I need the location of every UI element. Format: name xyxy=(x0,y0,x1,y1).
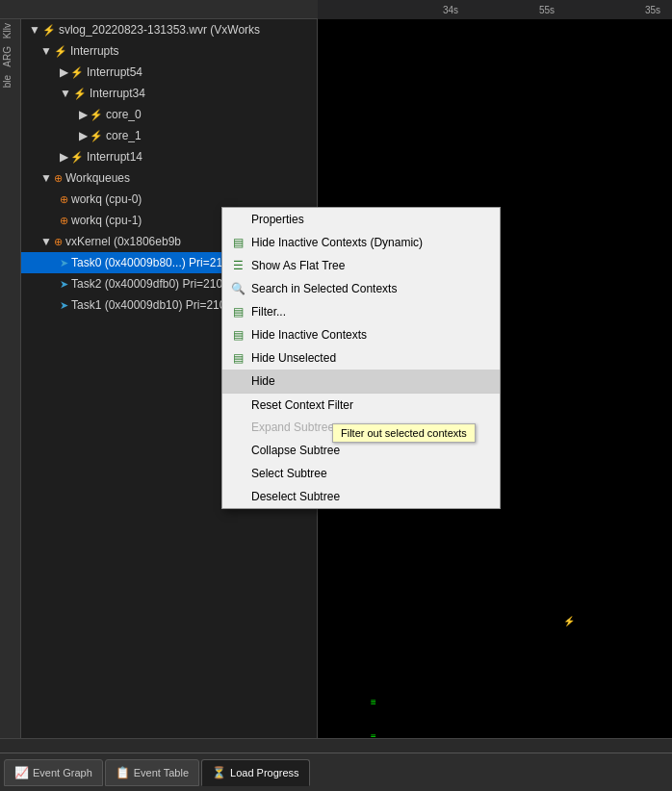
menu-hide-label: Hide xyxy=(251,374,275,388)
tick-34s: 34s xyxy=(443,5,458,15)
show-flat-tree-icon: ☰ xyxy=(230,258,246,273)
collapse-subtree-icon xyxy=(230,443,246,458)
menu-collapse-subtree-label: Collapse Subtree xyxy=(251,444,340,457)
tab-event-table-label: Event Table xyxy=(134,767,189,778)
reset-filter-icon xyxy=(230,397,246,413)
tree-item-core0[interactable]: ▶ ⚡ core_0 xyxy=(21,104,318,125)
tab-load-progress-label: Load Progress xyxy=(230,767,299,778)
task1-icon: ➤ xyxy=(60,299,68,312)
workq1-label: workq (cpu-1) xyxy=(71,214,142,227)
toggle-root[interactable]: ▼ xyxy=(29,23,40,37)
left-edge: Kllv ARG ble xyxy=(0,19,21,753)
workq0-label: workq (cpu-0) xyxy=(71,192,142,206)
wf-marker-1: ⚡ xyxy=(563,616,575,626)
search-selected-icon: 🔍 xyxy=(230,281,246,296)
tab-event-graph[interactable]: 📈 Event Graph xyxy=(4,759,103,786)
workqueues-label: Workqueues xyxy=(65,171,130,185)
core0-label: core_0 xyxy=(106,108,142,121)
load-progress-icon: ⏳ xyxy=(212,766,226,779)
menu-select-subtree-label: Select Subtree xyxy=(251,467,327,480)
timeline-header: 34s 55s 35s xyxy=(0,0,672,19)
menu-properties-label: Properties xyxy=(251,213,304,226)
tick-35s: 35s xyxy=(645,5,660,15)
menu-item-reset-filter[interactable]: Reset Context Filter xyxy=(222,393,500,416)
context-menu: Properties ▤ Hide Inactive Contexts (Dyn… xyxy=(221,207,501,509)
tree-item-workqueues[interactable]: ▼ ⊕ Workqueues xyxy=(21,167,318,189)
toggle-vxkernel[interactable]: ▼ xyxy=(40,235,52,248)
interrupt-group-icon: ⚡ xyxy=(54,45,67,58)
tree-item-interrupt34[interactable]: ▼ ⚡ Interrupt34 xyxy=(21,83,318,104)
toggle-workqueues[interactable]: ▼ xyxy=(40,171,52,185)
kernel-icon: ⊕ xyxy=(54,236,63,248)
menu-item-properties[interactable]: Properties xyxy=(222,208,500,231)
tree-root-file[interactable]: ▼ ⚡ svlog_20220823-131353.wvr (VxWorks xyxy=(21,19,318,40)
menu-hide-unselected-label: Hide Unselected xyxy=(251,351,336,365)
interrupt14-label: Interrupt14 xyxy=(87,150,142,164)
toggle-core0[interactable]: ▶ xyxy=(79,108,88,121)
filter-icon: ▤ xyxy=(230,304,246,319)
timeline-mini[interactable] xyxy=(0,738,672,753)
interrupts-label: Interrupts xyxy=(70,44,119,58)
tab-load-progress[interactable]: ⏳ Load Progress xyxy=(201,759,310,786)
toggle-interrupts[interactable]: ▼ xyxy=(40,44,52,58)
menu-item-filter[interactable]: ▤ Filter... xyxy=(222,300,500,323)
menu-hide-inactive-dynamic-label: Hide Inactive Contexts (Dynamic) xyxy=(251,236,423,249)
toggle-interrupt14[interactable]: ▶ xyxy=(60,150,68,164)
tab-bar: 📈 Event Graph 📋 Event Table ⏳ Load Progr… xyxy=(0,753,672,791)
toggle-core1[interactable]: ▶ xyxy=(79,129,88,142)
tooltip-text: Filter out selected contexts xyxy=(341,427,467,439)
select-subtree-icon xyxy=(230,466,246,481)
toggle-interrupt54[interactable]: ▶ xyxy=(60,65,68,79)
menu-item-hide-unselected[interactable]: ▤ Hide Unselected xyxy=(222,346,500,370)
menu-search-selected-label: Search in Selected Contexts xyxy=(251,282,397,295)
task2-label: Task2 (0x40009dfb0) Pri=210 xyxy=(71,277,222,291)
left-label-kllv: Kllv xyxy=(0,19,20,42)
menu-item-deselect-subtree[interactable]: Deselect Subtree xyxy=(222,485,500,508)
menu-hide-inactive-label: Hide Inactive Contexts xyxy=(251,328,367,342)
expand-subtree-icon xyxy=(230,420,246,435)
tick-55s: 55s xyxy=(539,5,555,15)
interrupt34-icon: ⚡ xyxy=(73,88,87,100)
menu-deselect-subtree-label: Deselect Subtree xyxy=(251,490,340,503)
tab-event-table[interactable]: 📋 Event Table xyxy=(105,759,199,786)
hide-unselected-icon: ▤ xyxy=(230,350,246,366)
vxkernel-label: vxKernel (0x1806eb9b xyxy=(65,235,181,248)
task0-label: Task0 (0x40009b80...) Pri=210 xyxy=(71,256,229,269)
menu-filter-label: Filter... xyxy=(251,305,286,319)
toggle-interrupt34[interactable]: ▼ xyxy=(60,87,71,100)
interrupt54-label: Interrupt54 xyxy=(87,65,142,79)
menu-item-select-subtree[interactable]: Select Subtree xyxy=(222,462,500,485)
left-label-arg: ARG xyxy=(0,42,20,71)
menu-item-search-selected[interactable]: 🔍 Search in Selected Contexts xyxy=(222,277,500,300)
workq1-icon: ⊕ xyxy=(60,215,68,227)
menu-reset-filter-label: Reset Context Filter xyxy=(251,398,353,412)
hide-inactive-dynamic-icon: ▤ xyxy=(230,235,246,250)
tree-item-interrupts[interactable]: ▼ ⚡ Interrupts xyxy=(21,40,318,62)
file-icon: ⚡ xyxy=(42,24,56,37)
task0-icon: ➤ xyxy=(60,257,68,269)
task1-label: Task1 (0x40009db10) Pri=210 xyxy=(71,298,225,312)
tree-item-interrupt14[interactable]: ▶ ⚡ Interrupt14 xyxy=(21,146,318,167)
interrupt54-icon: ⚡ xyxy=(70,66,84,79)
timeline-ruler: 34s 55s 35s xyxy=(318,0,672,19)
interrupt34-label: Interrupt34 xyxy=(90,87,145,100)
workqueue-group-icon: ⊕ xyxy=(54,172,63,185)
core0-icon: ⚡ xyxy=(90,109,103,121)
tree-item-interrupt54[interactable]: ▶ ⚡ Interrupt54 xyxy=(21,62,318,83)
tree-item-core1[interactable]: ▶ ⚡ core_1 xyxy=(21,125,318,146)
menu-item-hide[interactable]: Hide xyxy=(222,370,500,393)
left-label-ble: ble xyxy=(0,71,20,91)
properties-icon xyxy=(230,212,246,227)
wf-marker-2: ≡ xyxy=(371,697,376,707)
hide-icon xyxy=(230,373,246,389)
interrupt14-icon: ⚡ xyxy=(70,151,84,164)
deselect-subtree-icon xyxy=(230,489,246,504)
menu-expand-subtree-label: Expand Subtree xyxy=(251,421,334,434)
core1-label: core_1 xyxy=(106,129,142,142)
menu-item-hide-inactive[interactable]: ▤ Hide Inactive Contexts xyxy=(222,323,500,346)
event-table-icon: 📋 xyxy=(116,766,130,779)
event-graph-icon: 📈 xyxy=(14,766,29,779)
menu-item-hide-inactive-dynamic[interactable]: ▤ Hide Inactive Contexts (Dynamic) xyxy=(222,231,500,254)
core1-icon: ⚡ xyxy=(90,130,103,142)
menu-item-show-flat-tree[interactable]: ☰ Show As Flat Tree xyxy=(222,254,500,277)
